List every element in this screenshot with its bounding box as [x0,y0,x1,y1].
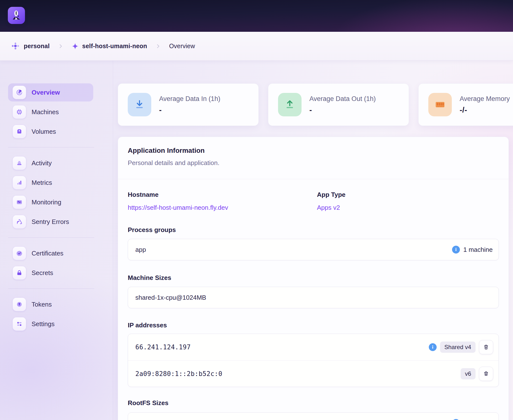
application-information-header: Application Information Personal details… [118,137,509,179]
sidebar-item-tokens[interactable]: Tokens [8,295,93,313]
sidebar-item-label: Activity [32,159,52,167]
overview-icon [12,86,26,99]
ip-address: 2a09:8280:1::2b:b52c:0 [135,370,461,377]
stat-card-memory: Average Memory -/- [418,83,513,126]
sidebar-item-label: Tokens [32,301,52,308]
main-content: Average Data In (1h) - Average Data Out … [118,61,513,420]
machine-count: 1 machine [463,419,493,420]
process-group-name: app [135,246,452,254]
rootfs-size: 471 MB [135,419,159,420]
stats-row: Average Data In (1h) - Average Data Out … [118,83,513,126]
trash-icon [482,370,490,377]
stat-card-data-out: Average Data Out (1h) - [268,83,409,126]
ip-row-v4: 66.241.124.197 Shared v4 [128,334,499,360]
sidebar-item-label: Volumes [32,128,56,135]
sidebar: Overview Machines Volumes [0,61,113,420]
sidebar-item-volumes[interactable]: Volumes [8,122,93,141]
ip-addresses-list: 66.241.124.197 Shared v4 [128,334,499,387]
delete-ip-button[interactable] [479,340,493,354]
sidebar-divider [8,237,94,238]
sidebar-item-label: Monitoring [32,199,61,206]
ip-address: 66.241.124.197 [135,343,429,351]
sidebar-item-label: Overview [32,89,60,96]
fly-balloon-icon [11,10,22,21]
sidebar-item-machines[interactable]: Machines [8,103,93,121]
ip-addresses-label: IP addresses [128,321,499,329]
sentry-icon [12,215,26,229]
stat-label: Average Memory [460,95,510,103]
memory-icon [428,93,452,116]
sidebar-item-secrets[interactable]: Secrets [8,264,93,282]
app-type-label: App Type [317,191,499,198]
machine-size-value: shared-1x-cpu@1024MB [135,294,493,301]
machines-icon [12,105,26,119]
app-type-link[interactable]: Apps v2 [317,204,340,211]
sidebar-item-overview[interactable]: Overview [8,83,93,101]
upload-icon [278,93,302,116]
sidebar-item-settings[interactable]: Settings [8,315,93,333]
sidebar-divider [8,147,94,147]
stat-label: Average Data In (1h) [159,95,220,103]
secrets-icon [12,266,26,280]
metrics-icon [12,176,26,189]
fly-logo[interactable] [8,7,25,24]
ip-type-badge: v6 [461,368,476,379]
sidebar-divider [8,288,94,289]
stat-value: - [309,106,376,114]
stat-value: -/- [460,106,510,114]
tokens-icon [12,298,26,311]
org-dots-icon [11,42,20,51]
chevron-right-icon [58,44,63,49]
machine-size-row: shared-1x-cpu@1024MB [128,287,499,308]
card-title: Application Information [128,146,499,155]
stat-label: Average Data Out (1h) [309,95,376,103]
download-icon [128,93,151,116]
breadcrumb: personal self-host-umami-neon Overview [0,32,513,61]
breadcrumb-page[interactable]: Overview [169,43,195,50]
trash-icon [482,343,490,351]
certificates-icon [12,246,26,260]
monitoring-icon [12,195,26,209]
sidebar-item-label: Secrets [32,269,53,277]
stat-value: - [159,106,220,114]
sidebar-item-activity[interactable]: Activity [8,154,93,172]
activity-icon [12,156,26,170]
hostname-link[interactable]: https://self-host-umami-neon.fly.dev [128,204,228,211]
machine-sizes-label: Machine Sizes [128,274,499,281]
rootfs-sizes-label: RootFS Sizes [128,399,499,407]
info-icon[interactable] [452,246,460,254]
info-icon[interactable] [429,343,437,351]
breadcrumb-app[interactable]: self-host-umami-neon [72,43,147,50]
application-information-card: Application Information Personal details… [118,137,509,420]
sidebar-item-monitoring[interactable]: Monitoring [8,193,93,211]
sidebar-item-label: Certificates [32,250,63,257]
sidebar-item-label: Machines [32,108,59,116]
sidebar-item-label: Metrics [32,179,52,187]
breadcrumb-org[interactable]: personal [11,42,50,51]
ip-row-v6: 2a09:8280:1::2b:b52c:0 v6 [128,360,499,387]
chevron-right-icon [155,44,161,49]
breadcrumb-app-label: self-host-umami-neon [82,43,147,50]
machine-count: 1 machine [463,246,493,254]
process-group-row: app 1 machine [128,239,499,260]
sidebar-item-label: Settings [32,320,55,328]
card-subtitle: Personal details and application. [128,159,499,167]
hostname-label: Hostname [128,191,317,198]
sparkle-icon [72,43,79,50]
sidebar-item-sentry-errors[interactable]: Sentry Errors [8,213,93,231]
sidebar-item-metrics[interactable]: Metrics [8,174,93,192]
top-app-bar [0,0,513,32]
stat-card-data-in: Average Data In (1h) - [118,83,259,126]
sidebar-item-label: Sentry Errors [32,218,69,226]
breadcrumb-page-label: Overview [169,43,195,50]
app-type-field: App Type Apps v2 [317,191,499,211]
rootfs-row: 471 MB 1 machine [128,412,499,420]
settings-icon [12,317,26,331]
hostname-field: Hostname https://self-host-umami-neon.fl… [128,191,317,211]
sidebar-item-certificates[interactable]: Certificates [8,244,93,262]
ip-type-badge: Shared v4 [440,342,476,353]
breadcrumb-org-label: personal [24,43,50,50]
info-icon[interactable] [452,419,460,420]
delete-ip-button[interactable] [479,367,493,381]
volumes-icon [12,125,26,138]
